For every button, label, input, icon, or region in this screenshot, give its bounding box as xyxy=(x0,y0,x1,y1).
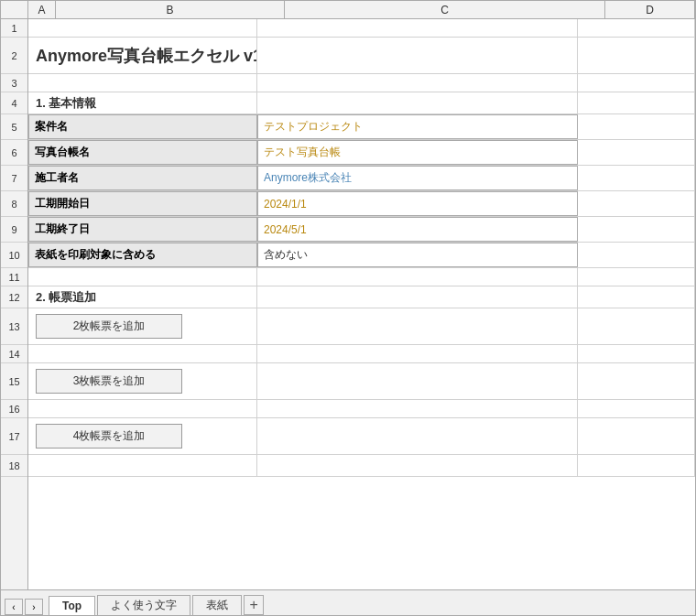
cell-c11 xyxy=(257,268,578,286)
row-num-13: 13 xyxy=(1,308,27,345)
field-label-0: 案件名 xyxy=(35,119,68,135)
cell-c10-value[interactable]: 含めない xyxy=(257,243,578,267)
cell-d12 xyxy=(578,286,695,308)
cell-b8-label: 工期開始日 xyxy=(28,191,257,216)
cell-b16 xyxy=(28,400,257,417)
field-label-1: 写真台帳名 xyxy=(35,145,90,160)
row-num-9: 9 xyxy=(1,217,27,243)
cell-d4 xyxy=(578,92,695,113)
cell-c3 xyxy=(257,74,578,92)
cell-c6-value[interactable]: テスト写真台帳 xyxy=(257,140,578,165)
cell-d8 xyxy=(578,191,695,216)
row-num-16: 16 xyxy=(1,400,27,418)
field-label-4: 工期終了日 xyxy=(35,222,90,237)
cell-b10-label: 表紙を印刷対象に含める xyxy=(28,243,257,267)
cell-b13: 2枚帳票を追加 xyxy=(28,308,257,344)
col-header-d: D xyxy=(605,1,695,18)
row-num-12: 12 xyxy=(1,286,27,308)
row-15: 3枚帳票を追加 xyxy=(28,363,695,400)
tab-nav-right[interactable]: › xyxy=(25,599,43,615)
cell-b9-label: 工期終了日 xyxy=(28,217,257,242)
tab-nav-left[interactable]: ‹ xyxy=(5,599,23,615)
tab-yoku-tsukau-moji[interactable]: よく使う文字 xyxy=(97,595,190,615)
cell-d3 xyxy=(578,74,695,92)
field-value-4: 2024/5/1 xyxy=(264,223,307,236)
cell-d11 xyxy=(578,268,695,286)
row-num-8: 8 xyxy=(1,191,27,217)
tab-hyoshi[interactable]: 表紙 xyxy=(192,595,242,615)
cell-c5-value[interactable]: テストプロジェクト xyxy=(257,114,578,139)
row-num-5: 5 xyxy=(1,114,27,140)
cell-b12: 2. 帳票追加 xyxy=(28,286,257,308)
cell-b18 xyxy=(28,455,257,476)
tab-add-button[interactable]: + xyxy=(244,595,264,615)
cell-d13 xyxy=(578,308,695,344)
cell-c1 xyxy=(257,19,578,37)
cell-c16 xyxy=(257,400,578,417)
cell-d15 xyxy=(578,363,695,399)
cell-c2 xyxy=(257,38,578,73)
form-section-title: 2. 帳票追加 xyxy=(36,289,96,306)
cell-b7-label: 施工者名 xyxy=(28,166,257,190)
row-6: 写真台帳名 テスト写真台帳 xyxy=(28,140,695,166)
cell-c14 xyxy=(257,345,578,362)
btn-2sheets[interactable]: 2枚帳票を追加 xyxy=(36,314,182,339)
cell-d9 xyxy=(578,217,695,242)
field-value-3: 2024/1/1 xyxy=(264,198,307,211)
cell-b3 xyxy=(28,74,257,92)
spreadsheet: A B C D 1 2 3 4 5 6 7 8 9 10 11 12 13 14… xyxy=(0,0,696,616)
cell-c8-value[interactable]: 2024/1/1 xyxy=(257,191,578,216)
cell-b5-label: 案件名 xyxy=(28,114,257,139)
row-7: 施工者名 Anymore株式会社 xyxy=(28,166,695,191)
row-num-18: 18 xyxy=(1,455,27,477)
cell-d7 xyxy=(578,166,695,190)
basic-info-title: 1. 基本情報 xyxy=(36,95,96,112)
row-9: 工期終了日 2024/5/1 xyxy=(28,217,695,243)
btn-4sheets[interactable]: 4枚帳票を追加 xyxy=(36,424,182,448)
row-2: Anymore写真台帳エクセル v1.00 xyxy=(28,38,695,74)
cell-d6 xyxy=(578,140,695,165)
corner-cell xyxy=(1,1,28,18)
cell-b1 xyxy=(28,19,257,37)
cell-d16 xyxy=(578,400,695,417)
row-5: 案件名 テストプロジェクト xyxy=(28,114,695,140)
cell-c4 xyxy=(257,92,578,113)
row-3 xyxy=(28,74,695,92)
row-num-14: 14 xyxy=(1,345,27,363)
cell-c7-value[interactable]: Anymore株式会社 xyxy=(257,166,578,190)
col-header-c: C xyxy=(285,1,605,18)
col-header-a: A xyxy=(28,1,56,18)
tab-top[interactable]: Top xyxy=(49,596,95,616)
row-num-17: 17 xyxy=(1,418,27,455)
app-title: Anymore写真台帳エクセル v1.00 xyxy=(36,45,257,67)
grid-content: Anymore写真台帳エクセル v1.00 1. 基本情報 xyxy=(28,19,695,589)
row-13: 2枚帳票を追加 xyxy=(28,308,695,345)
row-num-11: 11 xyxy=(1,268,27,286)
row-17: 4枚帳票を追加 xyxy=(28,418,695,455)
cell-c9-value[interactable]: 2024/5/1 xyxy=(257,217,578,242)
cell-d17 xyxy=(578,418,695,454)
field-label-5: 表紙を印刷対象に含める xyxy=(35,247,156,263)
cell-b6-label: 写真台帳名 xyxy=(28,140,257,165)
cell-d1 xyxy=(578,19,695,37)
cell-c13 xyxy=(257,308,578,344)
row-num-3: 3 xyxy=(1,74,27,92)
cell-c18 xyxy=(257,455,578,476)
cell-b17: 4枚帳票を追加 xyxy=(28,418,257,454)
row-18 xyxy=(28,455,695,477)
tab-navigation: ‹ › xyxy=(5,599,43,615)
cell-b11 xyxy=(28,268,257,286)
btn-3sheets[interactable]: 3枚帳票を追加 xyxy=(36,369,182,394)
field-value-1: テスト写真台帳 xyxy=(264,145,341,160)
cell-d14 xyxy=(578,345,695,362)
cell-b14 xyxy=(28,345,257,362)
row-num-4: 4 xyxy=(1,92,27,114)
field-label-3: 工期開始日 xyxy=(35,196,90,211)
row-num-6: 6 xyxy=(1,140,27,166)
field-value-0: テストプロジェクト xyxy=(264,119,363,135)
cell-c17 xyxy=(257,418,578,454)
row-16 xyxy=(28,400,695,418)
row-num-2: 2 xyxy=(1,38,27,74)
cell-d2 xyxy=(578,38,695,73)
row-4: 1. 基本情報 xyxy=(28,92,695,114)
